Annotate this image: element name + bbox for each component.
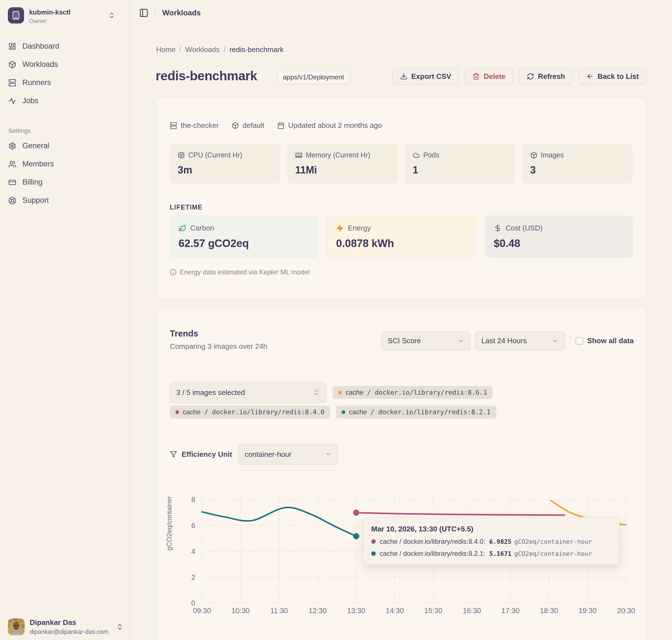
chevrons-up-down-icon (108, 12, 115, 19)
dollar-icon (494, 224, 502, 232)
sidebar-item-general[interactable]: General (0, 137, 129, 155)
stat-images: Images 3 (522, 144, 632, 184)
page-actions: Export CSV Delete Refresh Back to List (392, 68, 646, 85)
image-selection: 3 / 5 images selected cache / docker.io/… (156, 365, 646, 419)
show-all-data-checkbox[interactable] (575, 337, 583, 345)
dashboard-icon (9, 43, 16, 50)
cloud-icon (413, 151, 420, 159)
svg-text:8: 8 (191, 495, 195, 504)
breadcrumb-home[interactable]: Home (156, 45, 175, 54)
chip-image: / docker.io/library/redis:8.6.1 (367, 389, 487, 396)
download-icon (400, 73, 408, 80)
tooltip-timestamp: Mar 10, 2026, 13:30 (UTC+5.5) (371, 525, 611, 534)
image-chip[interactable]: cache / docker.io/library/redis:8.4.0 (170, 406, 330, 419)
life-buoy-icon (9, 197, 16, 204)
package-icon (530, 151, 538, 159)
avatar (8, 619, 25, 635)
metric-select-value: SCI Score (388, 336, 421, 345)
efficiency-unit-label: Efficiency Unit (182, 450, 232, 459)
package-icon (232, 122, 239, 129)
stat-value: 1 (413, 164, 507, 176)
tooltip-unit: gCO2eq/container-hour (514, 538, 592, 545)
stat-pods: Pods 1 (405, 144, 515, 184)
efficiency-unit-value: container-hour (245, 450, 292, 459)
stat-value: 11Mi (295, 164, 390, 176)
breadcrumb: Home / Workloads / redis-benchmark (156, 45, 284, 54)
svg-text:14:30: 14:30 (386, 607, 404, 615)
carbon-card: Carbon 62.57 gCO2eq (170, 216, 317, 258)
sidebar-item-label: Dashboard (23, 42, 59, 50)
runner-meta: the-checker (170, 121, 219, 130)
lifetime-heading: LIFETIME (170, 204, 632, 211)
namespace-name: default (243, 121, 264, 130)
svg-text:20:30: 20:30 (617, 607, 635, 615)
sidebar-item-support[interactable]: Support (0, 191, 129, 209)
sidebar-item-dashboard[interactable]: Dashboard (0, 37, 129, 55)
svg-text:gCO2eq/container: gCO2eq/container (165, 496, 173, 551)
tooltip-series-label: cache / docker.io/library/redis:8.4.0: (380, 538, 485, 546)
section-divider (156, 470, 646, 470)
users-icon (9, 160, 16, 168)
sidebar-toggle-icon[interactable] (139, 8, 148, 18)
image-chip[interactable]: cache / docker.io/library/redis:8.6.1 (333, 386, 493, 399)
sidebar-item-billing[interactable]: Billing (0, 173, 129, 191)
lifetime-value: $0.48 (494, 237, 624, 249)
energy-note-text: Energy data estimated via Kepler ML mode… (180, 268, 310, 276)
efficiency-unit-row: Efficiency Unit container-hour (156, 428, 646, 465)
metric-select[interactable]: SCI Score (381, 332, 471, 350)
overview-card: the-checker default Updated about 2 mont… (156, 97, 646, 299)
tooltip-series-label: cache / docker.io/library/redis:8.2.1: (380, 550, 485, 557)
chip-name: cache (345, 389, 363, 396)
range-select[interactable]: Last 24 Hours (475, 332, 565, 350)
user-name: Dipankar Das (30, 618, 109, 627)
svg-text:10:30: 10:30 (231, 607, 249, 615)
export-csv-button[interactable]: Export CSV (392, 68, 459, 85)
trends-controls: SCI Score Last 24 Hours Show all data (381, 331, 634, 351)
sidebar-settings-heading: Settings (0, 127, 129, 134)
user-menu[interactable]: Dipankar Das dipankar@dipankar-das.com (0, 618, 129, 636)
breadcrumb-separator: / (224, 45, 226, 54)
svg-text:0: 0 (191, 599, 195, 607)
refresh-button[interactable]: Refresh (519, 68, 573, 85)
efficiency-unit-select[interactable]: container-hour (238, 444, 338, 465)
org-switcher[interactable]: kubmin-ksctl Owner (0, 0, 129, 24)
chevron-down-icon (325, 451, 331, 457)
chevrons-up-down-icon (116, 623, 124, 630)
sidebar-item-label: Runners (23, 78, 51, 87)
back-to-list-button[interactable]: Back to List (579, 68, 646, 85)
info-icon (170, 269, 176, 276)
sidebar-item-label: Support (23, 196, 49, 205)
image-chip[interactable]: cache / docker.io/library/redis:8.2.1 (336, 406, 496, 419)
svg-text:18:30: 18:30 (540, 607, 558, 615)
breadcrumb-workloads[interactable]: Workloads (185, 45, 219, 54)
org-role: Owner (29, 18, 71, 24)
breadcrumb-current: redis-benchmark (229, 45, 284, 54)
sidebar-nav: Dashboard Workloads Runners Jobs Setting… (0, 37, 129, 209)
images-multiselect-value: 3 / 5 images selected (176, 388, 245, 397)
show-all-data-label: Show all data (587, 336, 634, 345)
svg-text:19:30: 19:30 (578, 607, 597, 615)
trends-title: Trends (170, 329, 267, 339)
topbar: Workloads (129, 0, 672, 26)
images-multiselect[interactable]: 3 / 5 images selected (170, 382, 327, 403)
delete-button[interactable]: Delete (465, 68, 513, 85)
export-csv-label: Export CSV (411, 72, 451, 81)
sidebar-item-label: Jobs (23, 97, 38, 105)
sidebar-item-workloads[interactable]: Workloads (0, 55, 129, 74)
stat-label: Memory (Current Hr) (306, 151, 370, 159)
refresh-label: Refresh (538, 72, 565, 81)
runner-name: the-checker (181, 121, 219, 130)
lifetime-label: Energy (348, 224, 371, 232)
svg-text:13:30: 13:30 (347, 607, 366, 615)
tooltip-row: cache / docker.io/library/redis:8.2.1: 5… (371, 550, 611, 557)
stat-cpu: CPU (Current Hr) 3m (170, 144, 280, 184)
series-dot (371, 551, 376, 556)
calendar-icon (277, 122, 285, 129)
sidebar-item-runners[interactable]: Runners (0, 74, 129, 92)
org-name: kubmin-ksctl (29, 9, 71, 16)
sidebar-item-jobs[interactable]: Jobs (0, 92, 129, 110)
trends-header: Trends Comparing 3 images over 24h SCI S… (156, 308, 646, 351)
sidebar-item-members[interactable]: Members (0, 155, 129, 173)
trend-chart-area[interactable]: 0246809:3010:3011:3012:3013:3014:3015:30… (156, 473, 646, 640)
energy-card: Energy 0.0878 kWh (327, 216, 475, 258)
